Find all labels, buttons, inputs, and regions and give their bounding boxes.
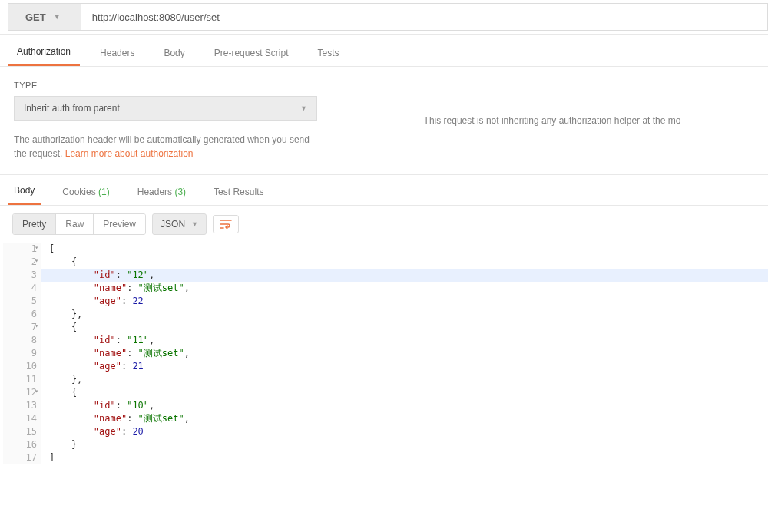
preview-button[interactable]: Preview: [94, 214, 145, 234]
auth-inherit-message: This request is not inheriting any autho…: [424, 115, 681, 126]
line-gutter: 1▾2▾34567▾89101112▾1314151617: [3, 243, 41, 464]
line-number: 10: [3, 360, 37, 373]
fold-icon[interactable]: ▾: [35, 322, 38, 330]
pretty-button[interactable]: Pretty: [13, 214, 56, 234]
auth-left-pane: TYPE Inherit auth from parent ▼ The auth…: [0, 67, 336, 174]
resp-tab-test-results[interactable]: Test Results: [207, 177, 270, 205]
code-line[interactable]: "id": "10",: [41, 399, 768, 412]
raw-button[interactable]: Raw: [56, 214, 94, 234]
cookies-count: (1): [98, 187, 110, 197]
code-line[interactable]: {: [41, 321, 768, 334]
code-line[interactable]: "age": 20: [41, 425, 768, 438]
code-line[interactable]: "age": 22: [41, 295, 768, 308]
code-line[interactable]: "name": "测试set",: [41, 282, 768, 295]
line-number: 8: [3, 334, 37, 347]
resp-tab-body[interactable]: Body: [8, 176, 41, 205]
line-number: 15: [3, 425, 37, 438]
code-line[interactable]: "id": "12",: [41, 269, 768, 282]
auth-type-label: TYPE: [14, 81, 322, 90]
auth-type-select[interactable]: Inherit auth from parent ▼: [14, 96, 317, 121]
line-number: 13: [3, 399, 37, 412]
learn-more-link[interactable]: Learn more about authorization: [65, 148, 194, 159]
response-tabs: Body Cookies (1) Headers (3) Test Result…: [0, 175, 768, 206]
response-body-editor[interactable]: 1▾2▾34567▾89101112▾1314151617 [ { "id": …: [0, 243, 768, 464]
tab-tests[interactable]: Tests: [308, 38, 348, 66]
code-line[interactable]: [: [41, 243, 768, 256]
wrap-icon: [220, 220, 232, 229]
format-select[interactable]: JSON ▼: [152, 213, 207, 235]
tab-body[interactable]: Body: [154, 38, 194, 66]
view-mode-group: Pretty Raw Preview: [12, 213, 146, 235]
code-content[interactable]: [ { "id": "12", "name": "测试set", "age": …: [41, 243, 768, 464]
headers-count: (3): [174, 187, 186, 197]
code-line[interactable]: },: [41, 373, 768, 386]
line-number: 7▾: [3, 321, 37, 334]
fold-icon[interactable]: ▾: [35, 256, 38, 265]
resp-tab-headers[interactable]: Headers (3): [131, 177, 192, 205]
request-bar: GET ▼: [0, 0, 768, 35]
http-method-value: GET: [25, 12, 46, 23]
wrap-lines-button[interactable]: [213, 215, 239, 233]
code-line[interactable]: {: [41, 386, 768, 399]
line-number: 14: [3, 412, 37, 425]
format-value: JSON: [161, 219, 185, 230]
resp-tab-headers-label: Headers: [137, 187, 172, 197]
response-body-toolbar: Pretty Raw Preview JSON ▼: [0, 206, 768, 243]
code-line[interactable]: }: [41, 438, 768, 451]
line-number: 11: [3, 373, 37, 386]
request-tabs: Authorization Headers Body Pre-request S…: [0, 35, 768, 67]
line-number: 1▾: [3, 243, 37, 256]
resp-tab-cookies-label: Cookies: [62, 187, 95, 197]
auth-type-value: Inherit auth from parent: [24, 103, 120, 114]
line-number: 6: [3, 308, 37, 321]
chevron-down-icon: ▼: [191, 220, 198, 228]
fold-icon[interactable]: ▾: [35, 387, 38, 395]
line-number: 2▾: [3, 256, 37, 269]
code-line[interactable]: "name": "测试set",: [41, 347, 768, 360]
tab-authorization[interactable]: Authorization: [8, 37, 80, 66]
authorization-panel: TYPE Inherit auth from parent ▼ The auth…: [0, 67, 768, 175]
auth-help-text: The authorization header will be automat…: [14, 133, 317, 160]
code-line[interactable]: "name": "测试set",: [41, 412, 768, 425]
code-line[interactable]: },: [41, 308, 768, 321]
http-method-dropdown[interactable]: GET ▼: [8, 3, 81, 31]
line-number: 17: [3, 451, 37, 464]
line-number: 3: [3, 269, 37, 282]
url-input[interactable]: [81, 3, 768, 31]
line-number: 16: [3, 438, 37, 451]
chevron-down-icon: ▼: [300, 104, 307, 112]
code-line[interactable]: ]: [41, 451, 768, 464]
chevron-down-icon: ▼: [54, 13, 61, 21]
auth-right-pane: This request is not inheriting any autho…: [336, 67, 768, 174]
line-number: 5: [3, 295, 37, 308]
code-line[interactable]: "id": "11",: [41, 334, 768, 347]
code-line[interactable]: "age": 21: [41, 360, 768, 373]
line-number: 9: [3, 347, 37, 360]
fold-icon[interactable]: ▾: [35, 243, 38, 252]
tab-headers[interactable]: Headers: [91, 38, 144, 66]
code-line[interactable]: {: [41, 256, 768, 269]
tab-prerequest-script[interactable]: Pre-request Script: [205, 38, 298, 66]
line-number: 4: [3, 282, 37, 295]
line-number: 12▾: [3, 386, 37, 399]
resp-tab-cookies[interactable]: Cookies (1): [56, 177, 115, 205]
